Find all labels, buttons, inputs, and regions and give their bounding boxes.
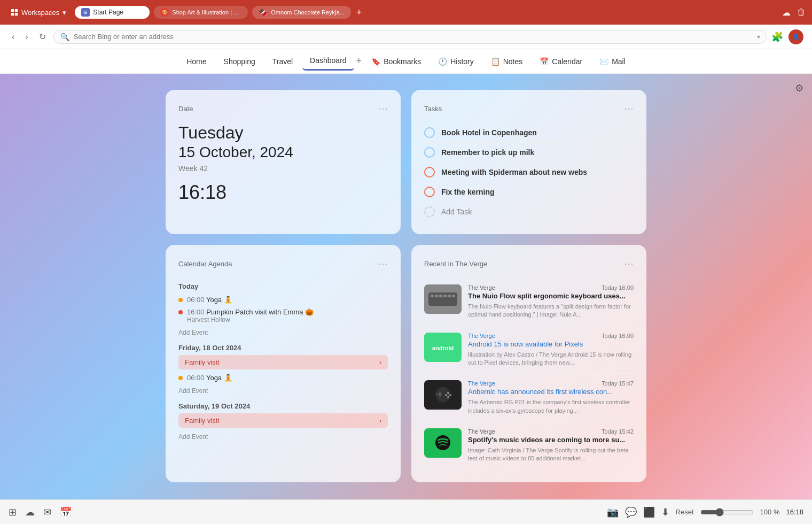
menu-mail[interactable]: ✉️ Mail: [592, 53, 633, 70]
topbar-right: ☁ 🗑: [782, 7, 806, 18]
puzzle-icon[interactable]: 🧩: [771, 31, 783, 43]
svg-rect-2: [11, 13, 14, 16]
date-card-menu[interactable]: ⋯: [378, 103, 388, 114]
cal-arrow-icon: ›: [379, 358, 381, 366]
calendar-bottom-icon[interactable]: 📅: [60, 506, 72, 518]
cloud-sync-icon[interactable]: ☁: [25, 506, 35, 518]
cloud-icon[interactable]: ☁: [782, 7, 791, 18]
message-icon[interactable]: 💬: [625, 506, 637, 518]
add-event-saturday[interactable]: Add Event: [178, 430, 388, 444]
news-source-4: The Verge: [468, 428, 495, 435]
date-card-title: Date: [178, 105, 193, 113]
add-event-friday[interactable]: Add Event: [178, 384, 388, 398]
tab-start-page[interactable]: ⊞ Start Page: [75, 6, 150, 19]
cal-event-yoga-friday: 06:00 Yoga 🧘: [178, 372, 388, 384]
news-item-1[interactable]: The Verge Today 16:00 The Nuio Flow spli…: [424, 278, 634, 326]
tasks-card: Tasks ⋯ Book Hotel in Copenhagen Remembe…: [411, 90, 646, 234]
menu-notes[interactable]: 📋 Notes: [483, 53, 530, 70]
news-item-4[interactable]: The Verge Today 15:42 Spotify's music vi…: [424, 422, 634, 469]
news-item-3[interactable]: The Verge Today 15:47 Anbernic has annou…: [424, 374, 634, 422]
calendar-inner[interactable]: Today 06:00 Yoga 🧘 16:00 Pumpkin Patch v…: [178, 278, 388, 444]
reset-button[interactable]: Reset: [676, 508, 694, 516]
news-inner[interactable]: The Verge Today 16:00 The Nuio Flow spli…: [424, 278, 634, 469]
cal-dot-pumpkin: [178, 310, 183, 314]
task-item: Fix the kerning: [424, 182, 634, 202]
task-checkbox-3[interactable]: [424, 167, 435, 178]
workspace-button[interactable]: Workspaces ▾: [6, 6, 71, 19]
svg-rect-7: [435, 295, 438, 297]
week-label: Week 42: [178, 164, 388, 173]
news-content-4: The Verge Today 15:42 Spotify's music vi…: [468, 428, 634, 463]
history-icon: 🕐: [438, 57, 447, 66]
crop-icon[interactable]: ⬛: [643, 506, 655, 518]
menu-add-button[interactable]: +: [356, 56, 362, 67]
refresh-button[interactable]: ↻: [36, 29, 49, 44]
workspace-chevron-icon: ▾: [63, 9, 66, 17]
menu-bookmarks[interactable]: 🔖 Bookmarks: [364, 53, 428, 70]
news-card-title: Recent in The Verge: [424, 260, 487, 268]
news-time-1: Today 16:00: [602, 284, 634, 291]
tasks-card-menu[interactable]: ⋯: [624, 103, 634, 114]
bottom-bar: ⊞ ☁ ✉ 📅 📷 💬 ⬛ ⬇ Reset 100 % 16:18: [0, 499, 812, 524]
news-content-2: The Verge Today 16:00 Android 15 is now …: [468, 333, 634, 367]
news-desc-2: Illustration by Alex Castro / The Verge …: [468, 351, 634, 367]
task-label-1: Book Hotel in Copenhagen: [441, 128, 537, 137]
task-checkbox-2[interactable]: [424, 147, 435, 158]
svg-point-19: [449, 394, 451, 396]
day-name: Tuesday: [178, 123, 388, 143]
news-item-2[interactable]: android The Verge Today 16:00 Android 15…: [424, 326, 634, 374]
menu-calendar[interactable]: 📅 Calendar: [532, 53, 590, 70]
cal-event-pumpkin: 16:00 Pumpkin Patch visit with Emma 🎃 Ha…: [178, 306, 388, 326]
add-tab-button[interactable]: +: [356, 7, 362, 18]
news-source-3: The Verge: [468, 380, 495, 387]
calendar-card-menu[interactable]: ⋯: [378, 258, 388, 269]
add-task-item[interactable]: Add Task: [424, 202, 634, 221]
notes-icon: 📋: [491, 57, 500, 66]
back-button[interactable]: ‹: [9, 30, 18, 44]
address-bar[interactable]: 🔍 ▾: [53, 30, 767, 44]
forward-button[interactable]: ›: [22, 30, 31, 44]
cal-event-yoga-today: 06:00 Yoga 🧘: [178, 294, 388, 306]
download-icon[interactable]: ⬇: [661, 506, 669, 518]
task-item: Remember to pick up milk: [424, 143, 634, 163]
svg-point-23: [435, 435, 450, 450]
menu-history[interactable]: 🕐 History: [431, 53, 481, 70]
menu-bar: Home Shopping Travel Dashboard + 🔖 Bookm…: [0, 49, 812, 74]
news-meta-1: The Verge Today 16:00: [468, 284, 634, 291]
avatar[interactable]: 👤: [788, 29, 803, 44]
settings-gear-icon[interactable]: ⚙: [795, 82, 803, 94]
camera-icon[interactable]: 📷: [607, 506, 619, 518]
menu-dashboard[interactable]: Dashboard: [302, 52, 354, 71]
date-card-header: Date ⋯: [178, 103, 388, 114]
news-desc-3: The Anbernic RG P01 is the company's fir…: [468, 398, 634, 415]
date-card: Date ⋯ Tuesday 15 October, 2024 Week 42 …: [166, 90, 401, 234]
search-input[interactable]: [74, 33, 753, 41]
news-meta-4: The Verge Today 15:42: [468, 428, 634, 435]
trash-icon[interactable]: 🗑: [797, 7, 806, 17]
svg-point-20: [445, 394, 447, 396]
svg-rect-17: [436, 394, 442, 395]
tab-shop-art[interactable]: 🎨 Shop Art & Illustration | Li...: [154, 6, 248, 19]
add-task-circle[interactable]: [424, 206, 435, 217]
zoom-slider[interactable]: [700, 508, 754, 517]
menu-home[interactable]: Home: [179, 53, 214, 70]
svg-rect-3: [15, 13, 18, 16]
news-card-menu[interactable]: ⋯: [624, 258, 634, 269]
task-checkbox-1[interactable]: [424, 127, 435, 138]
menu-travel[interactable]: Travel: [265, 53, 300, 70]
task-label-4: Fix the kerning: [441, 188, 495, 196]
bottom-right: 📷 💬 ⬛ ⬇ Reset 100 % 16:18: [607, 506, 803, 518]
address-dropdown-icon[interactable]: ▾: [757, 33, 760, 41]
task-checkbox-4[interactable]: [424, 187, 435, 197]
calendar-card-header: Calendar Agenda ⋯: [178, 258, 388, 269]
menu-shopping[interactable]: Shopping: [216, 53, 263, 70]
mail-bottom-icon[interactable]: ✉: [43, 506, 51, 518]
tab-omnom[interactable]: 🍫 Omnom Chocolate Reykja...: [252, 6, 351, 19]
bookmark-icon: 🔖: [371, 57, 380, 66]
cal-section-today: Today: [178, 282, 388, 290]
cal-arrow-sat-icon: ›: [379, 417, 381, 425]
news-meta-2: The Verge Today 16:00: [468, 333, 634, 339]
sidebar-toggle-icon[interactable]: ⊞: [9, 506, 17, 518]
add-event-today[interactable]: Add Event: [178, 326, 388, 340]
svg-rect-10: [448, 295, 451, 297]
